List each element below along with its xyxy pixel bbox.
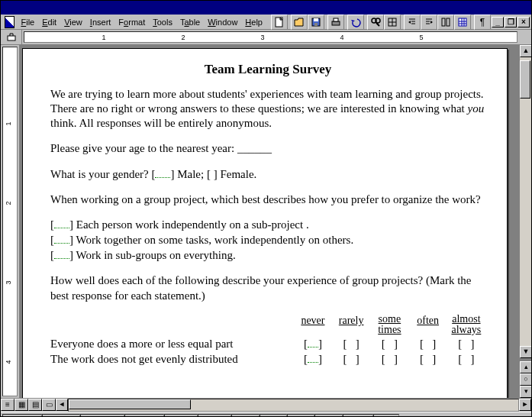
show-marks-button[interactable]: ¶ — [474, 15, 491, 30]
status-bar: Page 1 Sec 1 1/1 At 4" Ln 17 Col 1 REC T… — [1, 412, 531, 417]
col-always: almostalways — [447, 314, 485, 335]
menu-bar: File Edit View Insert Format Tools Table… — [1, 15, 531, 30]
menu-insert[interactable]: Insert — [86, 16, 115, 28]
new-doc-button[interactable] — [271, 15, 288, 30]
toolbar: ¶ — [271, 15, 491, 30]
rating-question: How well does each of the following desc… — [50, 273, 485, 302]
ruler-mark: 4 — [340, 34, 343, 41]
rating-row-1: Everyone does a more or less equal part … — [50, 337, 485, 351]
horizontal-scrollbar[interactable]: ◄ ► — [56, 399, 531, 412]
scroll-down-button[interactable]: ▼ — [520, 346, 532, 358]
text: We are trying to learn more about studen… — [50, 88, 484, 115]
scroll-left-button[interactable]: ◄ — [56, 399, 68, 411]
text: ] Work in sub-groups on everything. — [69, 249, 236, 261]
menu-tools[interactable]: Tools — [149, 16, 176, 28]
text: ] Work together on some tasks, work inde… — [69, 234, 353, 246]
svg-rect-5 — [334, 18, 338, 21]
outline-view-button[interactable]: ▭ — [42, 399, 56, 411]
vertical-scrollbar[interactable]: ▲ ▼ ▴ ○ ▾ — [519, 45, 531, 398]
text: What is your gender? [ — [50, 168, 155, 180]
prev-page-button[interactable]: ▴ — [520, 361, 532, 373]
svg-rect-20 — [459, 18, 466, 26]
gender-question: What is your gender? [] Male; [ ] Female… — [50, 167, 485, 182]
open-button[interactable] — [291, 15, 308, 30]
age-question: Please give your age to the nearest year… — [50, 141, 485, 156]
col-never: never — [294, 314, 332, 335]
organize-options: [] Each person work independently on a s… — [50, 218, 485, 263]
checkbox: [ ] — [370, 337, 408, 351]
find-button[interactable] — [367, 15, 384, 30]
text-emphasis: you — [468, 102, 485, 115]
status-page: Page 1 — [2, 414, 42, 418]
ruler-vertical[interactable]: 1 2 3 4 — [2, 47, 18, 396]
ruler-mark: 3 — [5, 280, 12, 284]
columns-button[interactable] — [437, 15, 454, 30]
organize-question: When working on a group project, which b… — [50, 192, 485, 207]
svg-rect-2 — [314, 18, 318, 21]
normal-view-button[interactable]: ≡ — [1, 399, 15, 411]
ruler-horizontal[interactable]: 1 2 3 4 5 — [24, 31, 517, 43]
text: ] Male; [ ] Female. — [170, 168, 256, 180]
col-rarely: rarely — [332, 314, 370, 335]
save-button[interactable] — [308, 15, 324, 30]
minimize-button[interactable]: _ — [492, 17, 504, 27]
status-col: Col 1 — [198, 414, 231, 418]
option-2: [] Work together on some tasks, work ind… — [50, 233, 485, 247]
close-button[interactable]: × — [517, 17, 530, 27]
svg-rect-4 — [332, 21, 340, 25]
intro-paragraph: We are trying to learn more about studen… — [50, 87, 485, 131]
border-button[interactable] — [384, 15, 401, 30]
ruler-mark: 5 — [419, 34, 423, 41]
rating-label: The work does not get evenly distributed — [50, 352, 294, 367]
status-rec[interactable]: REC — [231, 414, 260, 418]
next-page-button[interactable]: ▾ — [520, 386, 532, 398]
checkbox: [ ] — [447, 352, 485, 367]
doc-title: Team Learning Survey — [50, 61, 485, 78]
scroll-thumb[interactable] — [520, 60, 530, 99]
restore-button[interactable]: ❐ — [505, 17, 517, 27]
scroll-track[interactable] — [520, 57, 531, 346]
status-ext[interactable]: EXT — [287, 414, 314, 418]
title-bar — [1, 1, 531, 15]
status-trk[interactable]: TRK — [260, 414, 287, 418]
status-wph[interactable]: WPH — [343, 414, 373, 418]
print-button[interactable] — [327, 15, 344, 30]
indent-left-button[interactable] — [404, 15, 421, 30]
checkbox-blank — [54, 234, 69, 244]
menu-format[interactable]: Format — [114, 16, 149, 28]
status-book-icon[interactable] — [373, 414, 399, 418]
table-button[interactable] — [454, 15, 471, 30]
indent-right-button[interactable] — [421, 15, 437, 30]
menu-edit[interactable]: Edit — [38, 16, 60, 28]
ruler-mark: 1 — [102, 34, 105, 41]
horizontal-scroll-row: ≡ ▦ ▤ ▭ ◄ ► — [1, 398, 531, 412]
col-sometimes: sometimes — [370, 314, 408, 335]
status-ovr[interactable]: OVR — [314, 414, 343, 418]
checkbox: [] — [294, 352, 332, 367]
scroll-up-button[interactable]: ▲ — [520, 45, 532, 57]
menu-window[interactable]: Window — [204, 16, 241, 28]
svg-rect-19 — [447, 18, 450, 26]
menu-table[interactable]: Table — [176, 16, 204, 28]
browse-object-button[interactable]: ○ — [520, 373, 532, 386]
menu-file[interactable]: File — [17, 16, 38, 28]
layout-view-button[interactable]: ▦ — [15, 399, 28, 411]
document-page[interactable]: Team Learning Survey We are trying to le… — [22, 48, 508, 398]
text: ] Each person work independently on a su… — [69, 218, 309, 231]
scroll-track[interactable] — [68, 399, 519, 412]
checkbox: [ ] — [332, 352, 370, 367]
ruler-mark: 2 — [181, 34, 185, 41]
ruler-horizontal-row: 1 2 3 4 5 — [1, 30, 531, 45]
checkbox: [ ] — [447, 337, 485, 351]
status-line: Ln 17 — [164, 414, 198, 418]
rating-label: Everyone does a more or less equal part — [50, 337, 294, 351]
scroll-thumb[interactable] — [69, 399, 191, 409]
menu-help[interactable]: Help — [241, 16, 266, 28]
scroll-right-button[interactable]: ► — [519, 399, 531, 411]
window-controls: _ ❐ × — [491, 17, 530, 27]
page-view-button[interactable]: ▤ — [28, 399, 42, 411]
undo-button[interactable] — [347, 15, 364, 30]
svg-rect-18 — [442, 18, 445, 26]
checkbox: [ ] — [332, 337, 370, 351]
menu-view[interactable]: View — [60, 16, 86, 28]
